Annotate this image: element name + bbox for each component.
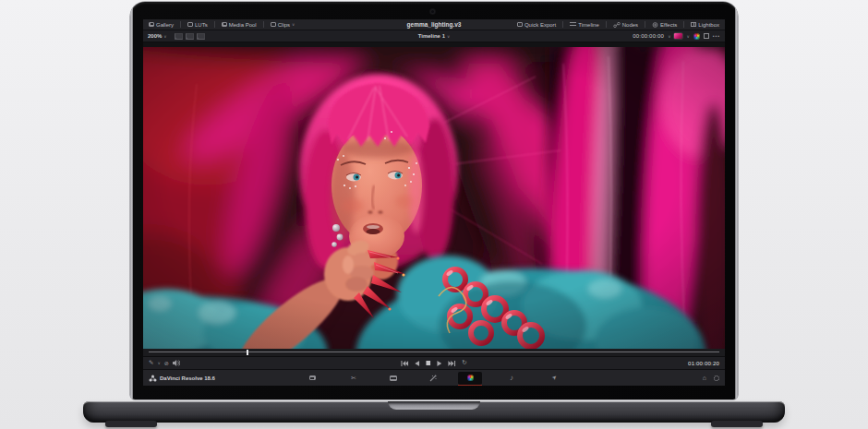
gallery-button[interactable]: Gallery <box>149 22 174 28</box>
gallery-icon <box>149 22 154 27</box>
fairlight-page-icon[interactable] <box>500 372 524 385</box>
zoom-level-value: 200% <box>148 33 162 39</box>
media-pool-button[interactable]: Media Pool <box>222 22 257 28</box>
laptop-foot-left <box>105 421 157 427</box>
transport-bar: 01:00:00:20 <box>143 356 725 369</box>
luts-icon <box>187 22 193 27</box>
audio-mute-icon[interactable] <box>173 360 180 366</box>
first-frame-button[interactable] <box>401 361 408 366</box>
viewer-scrubber[interactable] <box>143 349 725 356</box>
quick-export-icon <box>517 22 523 28</box>
media-page-icon[interactable] <box>300 372 324 385</box>
color-wheel-icon[interactable] <box>693 33 700 40</box>
playhead-timecode: 01:00:00:20 <box>688 361 719 366</box>
more-options-icon[interactable]: ••• <box>713 33 720 39</box>
media-pool-label: Media Pool <box>229 22 257 28</box>
nodes-button[interactable]: Nodes <box>613 22 638 28</box>
gallery-label: Gallery <box>156 22 174 28</box>
last-frame-button[interactable] <box>448 361 455 366</box>
page-bar: DaVinci Resolve 18.6 <box>143 369 725 386</box>
chevron-down-icon <box>447 33 450 40</box>
scene: Gallery LUTs Media Pool Clips <box>0 0 868 429</box>
nodes-icon <box>613 22 621 28</box>
chevron-down-icon[interactable] <box>686 33 689 40</box>
top-toolbar: Gallery LUTs Media Pool Clips <box>143 19 725 30</box>
laptop-lid: Gallery LUTs Media Pool Clips <box>130 2 738 399</box>
media-pool-icon <box>222 22 227 27</box>
effects-button[interactable]: Effects <box>652 22 677 28</box>
expand-viewer-icon[interactable] <box>704 33 709 39</box>
page-switcher <box>143 370 725 386</box>
play-reverse-button[interactable] <box>415 361 419 366</box>
clips-icon <box>271 22 276 27</box>
lightbox-icon <box>691 22 696 27</box>
gallery-still-thumbnail[interactable] <box>674 33 682 39</box>
clips-button[interactable]: Clips <box>271 21 295 28</box>
bypass-grades-icon[interactable] <box>164 361 169 366</box>
playhead-marker[interactable] <box>247 350 248 355</box>
color-page-icon-active[interactable] <box>458 372 482 385</box>
lid-lift-groove <box>388 401 480 410</box>
chevron-down-icon[interactable] <box>157 360 160 366</box>
camera-dot <box>429 8 436 15</box>
viewer-toggle-2[interactable] <box>186 33 194 40</box>
color-viewer[interactable] <box>143 42 725 349</box>
laptop-foot-right <box>711 421 763 427</box>
annotate-tool-icon[interactable] <box>149 360 153 366</box>
edit-page-icon[interactable] <box>381 372 405 385</box>
luts-button[interactable]: LUTs <box>187 22 208 28</box>
record-timecode: 00:00:00:00 <box>633 33 664 39</box>
laptop-base <box>83 401 785 423</box>
play-forward-button[interactable] <box>437 361 441 366</box>
timeline-button[interactable]: Timeline <box>570 22 598 28</box>
davinci-resolve-window: Gallery LUTs Media Pool Clips <box>143 19 725 386</box>
quick-export-button[interactable]: Quick Export <box>517 22 556 28</box>
zoom-level-dropdown[interactable]: 200% <box>148 33 167 40</box>
deliver-page-icon[interactable] <box>543 372 567 385</box>
viewer-image <box>143 47 725 349</box>
chevron-down-icon <box>292 21 295 28</box>
chevron-down-icon <box>163 33 166 40</box>
project-title: gemma_lighting.v3 <box>407 21 462 28</box>
stop-button[interactable] <box>426 361 430 365</box>
timeline-selector[interactable]: Timeline 1 <box>418 33 451 40</box>
viewer-toggle-3[interactable] <box>197 33 205 40</box>
transport-controls <box>401 360 466 366</box>
cut-page-icon[interactable] <box>342 372 366 385</box>
viewer-toggle-1[interactable] <box>175 33 183 40</box>
loop-button[interactable] <box>462 360 466 366</box>
timeline-icon <box>570 22 576 27</box>
scrubber-track[interactable] <box>149 352 719 352</box>
lightbox-button[interactable]: Lightbox <box>691 22 719 28</box>
fusion-page-icon[interactable] <box>421 372 445 385</box>
chevron-down-icon[interactable] <box>668 33 670 40</box>
viewer-toolbar: 200% Timeline 1 00:00:00:00 <box>143 30 725 42</box>
clips-label: Clips <box>278 22 290 28</box>
effects-icon <box>652 22 658 28</box>
luts-label: LUTs <box>195 22 208 28</box>
